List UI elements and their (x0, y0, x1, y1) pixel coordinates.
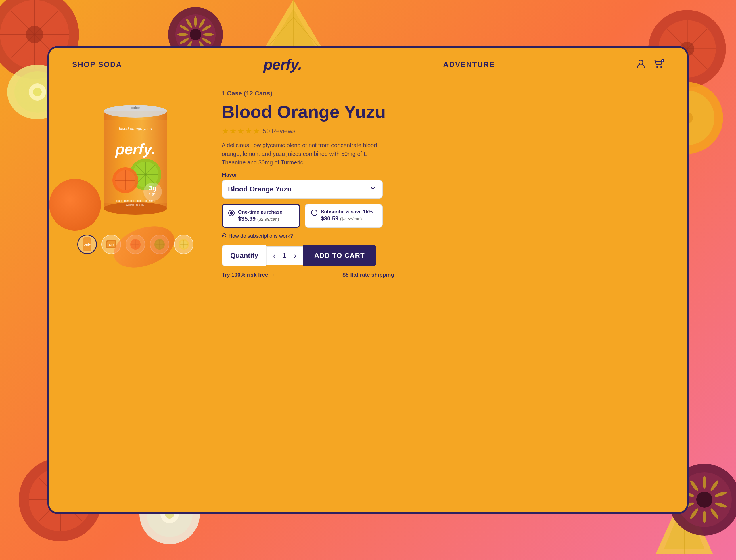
svg-point-59 (703, 476, 706, 489)
cart-row: Quantity ‹ 1 › ADD TO CART (222, 245, 394, 266)
quantity-decrease-button[interactable]: ‹ (268, 247, 280, 265)
svg-text:0: 0 (662, 60, 664, 62)
adventure-link[interactable]: ADVENTURE (443, 60, 495, 69)
svg-point-68 (689, 480, 699, 492)
shop-soda-link[interactable]: SHOP SODA (72, 60, 122, 69)
decor-orange-slice (108, 218, 180, 275)
star-1: ★ (222, 126, 229, 136)
subscribe-radio (311, 210, 317, 216)
svg-text:perfy: perfy (84, 243, 91, 246)
subscribe-option-text: Subscribe & save 15% $30.59 ($2.55/can) (321, 209, 373, 222)
purchase-options: One-time purchase $35.99 ($2.99/can) Sub… (222, 204, 383, 228)
case-label: 1 Case (12 Cans) (222, 90, 670, 97)
svg-point-63 (709, 507, 720, 520)
product-image-area: blood orange yuzu perfy. (66, 87, 204, 254)
product-title: Blood Orange Yuzu (222, 102, 670, 121)
thumbnail-0[interactable]: perfy (77, 235, 97, 254)
svg-point-70 (656, 66, 658, 68)
thumbnail-4[interactable] (174, 235, 193, 254)
product-card: SHOP SODA perfy. ADVENTURE 0 (47, 46, 689, 514)
flavor-label: Flavor (222, 172, 670, 178)
subscribe-title: Subscribe & save 15% (321, 209, 373, 215)
svg-text:blood orange yuzu: blood orange yuzu (119, 126, 152, 131)
cart-icon[interactable]: 0 (653, 59, 664, 70)
reviews-count[interactable]: 50 Reviews (263, 127, 296, 135)
svg-point-12 (202, 24, 212, 32)
logo[interactable]: perfy. (263, 56, 302, 73)
svg-text:3g: 3g (149, 185, 156, 192)
star-rating: ★ ★ ★ ★ ★ (222, 126, 260, 136)
add-to-cart-button[interactable]: ADD TO CART (303, 245, 376, 266)
svg-point-61 (714, 491, 727, 498)
svg-point-62 (714, 501, 727, 509)
one-time-option-text: One-time purchase $35.99 ($2.99/can) (238, 209, 282, 222)
svg-point-17 (179, 37, 189, 45)
svg-point-13 (203, 33, 214, 36)
rating-row: ★ ★ ★ ★ ★ 50 Reviews (222, 126, 670, 136)
svg-point-18 (177, 33, 188, 36)
risk-free-link[interactable]: Try 100% risk free → (222, 272, 275, 278)
flavor-dropdown[interactable]: Blood Orange Yuzu (222, 180, 383, 199)
svg-point-36 (33, 88, 42, 96)
one-time-price: $35.99 ($2.99/can) (238, 216, 282, 222)
shipping-text: $5 flat rate shipping (343, 272, 394, 278)
star-5: ★ (253, 126, 260, 136)
svg-point-58 (696, 492, 712, 508)
subscription-link-text: How do subscriptions work? (229, 233, 293, 239)
subscribe-option[interactable]: Subscribe & save 15% $30.59 ($2.55/can) (305, 204, 383, 228)
can-svg: blood orange yuzu perfy. (95, 97, 176, 220)
quantity-value: 1 (280, 252, 289, 260)
svg-point-19 (179, 24, 189, 32)
product-can-image: blood orange yuzu perfy. (87, 93, 184, 225)
svg-point-65 (689, 507, 699, 520)
one-time-radio (228, 210, 235, 216)
svg-text:perfy.: perfy. (115, 141, 156, 158)
navbar: SHOP SODA perfy. ADVENTURE 0 (49, 48, 687, 81)
flavor-value: Blood Orange Yuzu (228, 185, 292, 193)
nav-left: SHOP SODA (72, 60, 122, 69)
product-description: A delicious, low glycemic blend of not f… (222, 141, 383, 167)
product-info: 1 Case (12 Cans) Blood Orange Yuzu ★ ★ ★… (222, 87, 670, 278)
nav-right-links: ADVENTURE (443, 60, 495, 69)
main-content: blood orange yuzu perfy. (49, 81, 687, 512)
account-icon[interactable] (636, 59, 645, 70)
svg-point-79 (134, 106, 137, 109)
svg-point-6 (26, 26, 43, 43)
svg-text:sugar: sugar (149, 193, 156, 196)
svg-text:12pk: 12pk (109, 243, 114, 246)
star-2: ★ (229, 126, 237, 136)
svg-point-64 (703, 511, 706, 523)
svg-point-11 (198, 18, 206, 28)
subscription-link[interactable]: How do subscriptions work? (222, 233, 670, 239)
subscribe-price-note: ($2.55/can) (340, 216, 362, 221)
svg-point-20 (185, 18, 193, 28)
svg-point-71 (660, 66, 662, 68)
chevron-down-icon (369, 185, 376, 193)
quantity-increase-button[interactable]: › (289, 247, 301, 265)
svg-point-10 (194, 16, 197, 27)
star-4: ★ (245, 126, 252, 136)
svg-point-9 (190, 29, 201, 40)
bottom-row: Try 100% risk free → $5 flat rate shippi… (222, 272, 394, 278)
svg-point-60 (709, 480, 720, 492)
refresh-icon (222, 233, 227, 239)
svg-text:12 fl oz (355 mL): 12 fl oz (355 mL) (126, 203, 145, 206)
star-3: ★ (237, 126, 244, 136)
svg-point-14 (202, 37, 212, 45)
one-time-purchase-option[interactable]: One-time purchase $35.99 ($2.99/can) (222, 204, 300, 228)
svg-point-35 (29, 83, 46, 101)
quantity-label: Quantity (222, 245, 266, 266)
nav-icons: 0 (636, 59, 664, 70)
quantity-controls: ‹ 1 › (266, 246, 302, 265)
flavor-container: Flavor Blood Orange Yuzu (222, 172, 670, 199)
subscribe-price: $30.59 ($2.55/can) (321, 215, 373, 222)
one-time-title: One-time purchase (238, 209, 282, 215)
svg-text:adaptogenic + nootropic soda: adaptogenic + nootropic soda (115, 199, 157, 202)
svg-point-69 (639, 60, 643, 64)
one-time-price-note: ($2.99/can) (257, 217, 279, 222)
